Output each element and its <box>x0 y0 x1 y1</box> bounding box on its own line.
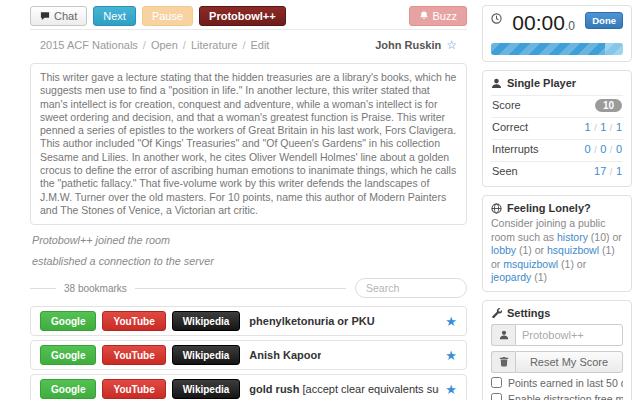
bookmarks-count: 38 bookmarks <box>64 283 127 294</box>
single-player-title: Single Player <box>507 77 576 89</box>
bookmark-star-icon[interactable]: ★ <box>439 314 457 329</box>
chat-button-label: Chat <box>54 10 77 22</box>
room-player-count: (1) <box>599 244 615 256</box>
stat-value: 10 <box>595 99 622 111</box>
google-button[interactable]: Google <box>40 379 96 399</box>
stat-row-seen: Seen17 / 1 <box>491 161 623 180</box>
public-room-link-hsquizbowl[interactable]: hsquizbowl <box>547 244 599 256</box>
single-player-stats: Score10Correct1 / 1 / 1Interrupts0 / 0 /… <box>491 95 623 180</box>
breadcrumb-tournament: 2015 ACF Nationals <box>40 39 138 51</box>
nickname-input[interactable] <box>515 324 623 346</box>
google-button[interactable]: Google <box>40 345 96 365</box>
user-icon <box>491 78 502 89</box>
bell-icon <box>419 10 429 21</box>
progress-remaining-segment <box>605 43 623 55</box>
reset-score-group: Reset My Score <box>491 351 623 373</box>
next-button-label: Next <box>103 10 126 22</box>
bookmarks-list: GoogleYouTubeWikipediaphenylketonuria or… <box>30 306 467 400</box>
nickname-group <box>491 324 623 346</box>
feeling-lonely-card: Feeling Lonely? Consider joining a publi… <box>482 195 632 292</box>
bookmark-row: GoogleYouTubeWikipediagold rush [accept … <box>30 374 467 400</box>
question-text: This writer gave a lecture stating that … <box>30 63 467 225</box>
setting-checkbox-label: Enable distraction free mode <box>508 393 623 400</box>
timer-value: 00:00 <box>512 11 565 34</box>
room-player-count: (1) <box>516 244 532 256</box>
setting-checkbox-label: Points earned in last 50 questions <box>508 377 623 389</box>
bookmark-row: GoogleYouTubeWikipediaphenylketonuria or… <box>30 306 467 336</box>
bookmark-toggle-star-icon[interactable]: ☆ <box>446 38 457 52</box>
stat-value: 17 / 1 <box>594 165 622 177</box>
room-player-count: (10) <box>588 231 610 243</box>
globe-icon <box>491 203 502 214</box>
log-connection-message: established a connection to the server <box>32 255 467 267</box>
question-answer-name: John Ruskin <box>375 39 441 51</box>
timer-card: 00:00.0 Done <box>482 5 632 62</box>
clock-icon <box>491 13 502 24</box>
public-room-link-history[interactable]: history <box>557 231 588 243</box>
room-player-count: (1) <box>531 271 547 283</box>
score-badge: 10 <box>595 99 622 112</box>
feeling-lonely-title: Feeling Lonely? <box>507 202 591 214</box>
timer-display: 00:00.0 <box>502 12 585 37</box>
reset-score-button[interactable]: Reset My Score <box>515 351 623 373</box>
breadcrumb: 2015 ACF Nationals / Open / Literature /… <box>30 29 467 58</box>
progress-read-segment <box>491 43 605 55</box>
stat-row-score: Score10 <box>491 95 623 114</box>
setting-checkbox[interactable] <box>491 393 502 400</box>
pause-button-label: Pause <box>152 10 183 22</box>
buzz-button[interactable]: Buzz <box>409 6 467 26</box>
bookmark-search-input[interactable] <box>355 278 467 298</box>
public-room-link-msquizbowl[interactable]: msquizbowl <box>503 258 558 270</box>
wikipedia-button[interactable]: Wikipedia <box>172 345 241 365</box>
youtube-button[interactable]: YouTube <box>102 311 165 331</box>
settings-title: Settings <box>507 307 550 319</box>
bookmark-answer: gold rush [accept clear equivalents such… <box>249 383 439 395</box>
setting-checkbox-row[interactable]: Points earned in last 50 questions <box>491 377 623 389</box>
stat-label: Interrupts <box>492 143 538 155</box>
stat-row-correct: Correct1 / 1 / 1 <box>491 117 623 136</box>
stat-label: Score <box>492 99 521 111</box>
timer-tenths: .0 <box>565 19 575 33</box>
bookmark-answer: Anish Kapoor <box>249 349 321 361</box>
wrench-icon <box>491 307 502 318</box>
youtube-button[interactable]: YouTube <box>102 345 165 365</box>
done-button[interactable]: Done <box>585 12 623 29</box>
next-button[interactable]: Next <box>93 6 136 26</box>
log-joined-message: Protobowl++ joined the room <box>32 234 467 246</box>
public-rooms-text: Consider joining a public room such as h… <box>491 217 623 285</box>
stat-row-interrupts: Interrupts0 / 0 / 0 <box>491 139 623 158</box>
setting-checkbox[interactable] <box>491 377 502 388</box>
bookmark-star-icon[interactable]: ★ <box>439 348 457 363</box>
breadcrumb-edit-link[interactable]: Edit <box>250 39 269 51</box>
wikipedia-button[interactable]: Wikipedia <box>172 311 241 331</box>
public-room-link-lobby[interactable]: lobby <box>491 244 516 256</box>
divider <box>30 288 56 289</box>
user-icon <box>499 330 509 340</box>
google-button[interactable]: Google <box>40 311 96 331</box>
public-room-link-jeopardy[interactable]: jeopardy <box>491 271 531 283</box>
top-toolbar: Chat Next Pause Protobowl++ Buzz <box>30 5 467 26</box>
speech-bubble-icon <box>40 11 50 21</box>
chat-button[interactable]: Chat <box>30 6 87 26</box>
bookmarks-header: 38 bookmarks <box>30 278 467 298</box>
youtube-button[interactable]: YouTube <box>102 379 165 399</box>
buzz-button-label: Buzz <box>433 10 457 22</box>
question-progress-bar <box>491 43 623 55</box>
single-player-card: Single Player Score10Correct1 / 1 / 1Int… <box>482 70 632 187</box>
breadcrumb-difficulty[interactable]: Open <box>151 39 178 51</box>
trash-icon <box>499 356 509 367</box>
sidebar: 00:00.0 Done Single Player Score10Correc… <box>482 5 632 400</box>
room-name-label: Protobowl++ <box>209 10 276 22</box>
wikipedia-button[interactable]: Wikipedia <box>172 379 241 399</box>
bookmark-answer: phenylketonuria or PKU <box>249 315 374 327</box>
pause-button[interactable]: Pause <box>142 6 193 26</box>
divider <box>135 288 346 289</box>
setting-checkbox-row[interactable]: Enable distraction free mode <box>491 393 623 400</box>
settings-checkbox-group: Points earned in last 50 questionsEnable… <box>491 377 623 400</box>
bookmark-star-icon[interactable]: ★ <box>439 382 457 397</box>
room-name-button[interactable]: Protobowl++ <box>199 6 286 26</box>
room-player-count: (1) <box>558 258 574 270</box>
main-column: Chat Next Pause Protobowl++ Buzz 2015 AC… <box>30 5 467 400</box>
breadcrumb-category[interactable]: Literature <box>191 39 237 51</box>
stat-value: 0 / 0 / 0 <box>585 143 622 155</box>
